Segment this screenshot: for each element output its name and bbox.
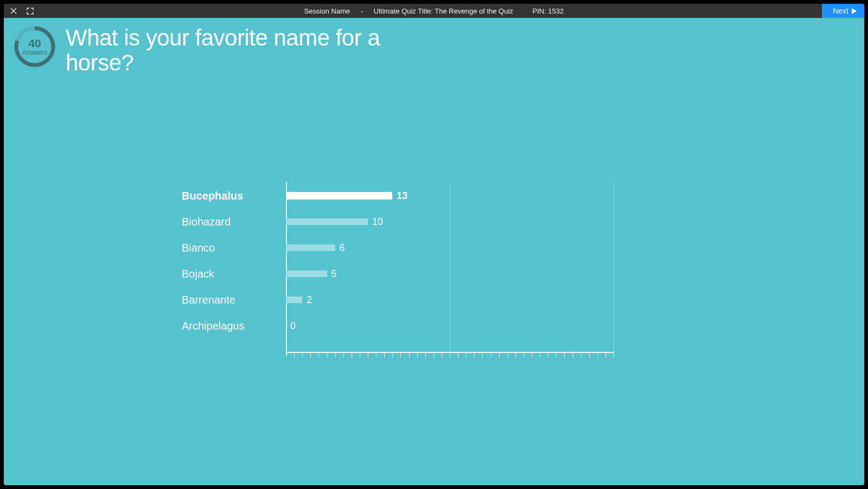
- chart-row: Barrenante2: [182, 287, 616, 313]
- chart-row: Biohazard10: [182, 209, 616, 235]
- axis-tick: [335, 353, 336, 357]
- quiz-title: Ultimate Quiz Title: The Revenge of the …: [374, 7, 513, 15]
- pin-label: PIN: 1532: [532, 7, 564, 15]
- results-bar-chart: Bucephalus13Biohazard10Bianco6Bojack5Bar…: [182, 183, 616, 339]
- chart-row: Bojack5: [182, 261, 616, 287]
- close-icon[interactable]: [10, 8, 17, 14]
- axis-tick: [294, 353, 295, 357]
- bar: [286, 271, 327, 277]
- axis-tick: [433, 353, 434, 357]
- next-button[interactable]: Next: [822, 4, 864, 18]
- bar-value: 10: [372, 216, 383, 228]
- axis-tick: [400, 353, 401, 357]
- axis-tick: [343, 353, 344, 357]
- chart-category-label: Archipelagus: [182, 320, 286, 332]
- bar-cell: 6: [286, 235, 616, 261]
- axis-tick: [581, 353, 582, 357]
- axis-tick: [548, 353, 548, 357]
- axis-tick: [392, 353, 393, 357]
- axis-tick: [409, 353, 410, 357]
- axis-tick: [491, 353, 492, 357]
- bar-value: 2: [307, 294, 312, 306]
- axis-tick: [368, 353, 368, 357]
- bar: [286, 218, 368, 225]
- bar: [286, 192, 392, 200]
- axis-tick: [450, 353, 450, 357]
- axis-tick: [605, 353, 606, 357]
- axis-tick: [515, 353, 516, 357]
- axis-tick: [327, 353, 328, 357]
- chart-row: Bianco6: [182, 235, 616, 261]
- axis-tick: [458, 353, 458, 357]
- title-separator: -: [361, 7, 363, 15]
- titlebar: Session Name - Ultimate Quiz Title: The …: [4, 4, 864, 18]
- axis-tick: [417, 353, 418, 357]
- fullscreen-icon[interactable]: [27, 8, 34, 15]
- axis-tick: [302, 353, 303, 357]
- bar: [286, 297, 302, 303]
- axis-tick: [352, 353, 352, 357]
- answers-count: 40: [28, 37, 41, 50]
- ring-text: 40 Answers: [14, 25, 56, 68]
- chart-category-label: Bojack: [182, 268, 286, 280]
- chart-category-label: Bucephalus: [182, 190, 286, 202]
- axis-tick: [614, 353, 614, 357]
- answers-label: Answers: [22, 49, 47, 56]
- bar-value: 13: [397, 190, 407, 202]
- axis-tick: [474, 353, 475, 357]
- axis-tick: [573, 353, 573, 357]
- bar: [286, 244, 335, 251]
- bar-value: 6: [340, 242, 345, 254]
- content-area: 40 Answers What is your favorite name fo…: [4, 18, 864, 485]
- question-text: What is your favorite name for a horse?: [66, 25, 391, 75]
- chart-category-label: Barrenante: [182, 294, 286, 306]
- axis-tick: [360, 353, 360, 357]
- session-name: Session Name: [304, 7, 350, 15]
- titlebar-controls: [4, 8, 34, 15]
- axis-tick: [597, 353, 598, 357]
- axis-tick: [556, 353, 557, 357]
- next-button-label: Next: [833, 7, 848, 15]
- axis-tick: [466, 353, 467, 357]
- play-icon: [852, 8, 857, 14]
- bar-cell: 2: [286, 287, 616, 313]
- chart-category-label: Biohazard: [182, 216, 286, 228]
- answers-progress-ring: 40 Answers: [14, 25, 56, 68]
- axis-tick: [482, 353, 483, 357]
- bar-cell: 10: [286, 209, 616, 235]
- axis-tick: [376, 353, 376, 357]
- chart-row: Bucephalus13: [182, 183, 616, 209]
- axis-tick: [524, 353, 524, 357]
- x-axis: [286, 352, 614, 353]
- header-row: 40 Answers What is your favorite name fo…: [4, 18, 864, 75]
- axis-tick: [499, 353, 500, 357]
- axis-tick: [532, 353, 532, 357]
- axis-tick: [540, 353, 540, 357]
- chart-category-label: Bianco: [182, 242, 286, 254]
- axis-tick: [564, 353, 565, 357]
- axis-tick: [384, 353, 385, 357]
- chart-row: Archipelagus0: [182, 313, 616, 339]
- axis-tick: [507, 353, 508, 357]
- bar-value: 5: [331, 268, 337, 280]
- axis-tick: [589, 353, 590, 357]
- axis-tick: [318, 353, 319, 357]
- axis-tick: [425, 353, 426, 357]
- bar-cell: 5: [286, 261, 616, 287]
- titlebar-title: Session Name - Ultimate Quiz Title: The …: [4, 7, 864, 15]
- bar-cell: 0: [286, 313, 616, 339]
- app-window: Session Name - Ultimate Quiz Title: The …: [4, 4, 864, 485]
- bar-value: 0: [290, 320, 296, 332]
- bar-cell: 13: [286, 183, 616, 209]
- axis-tick: [310, 353, 311, 357]
- axis-tick: [442, 353, 442, 357]
